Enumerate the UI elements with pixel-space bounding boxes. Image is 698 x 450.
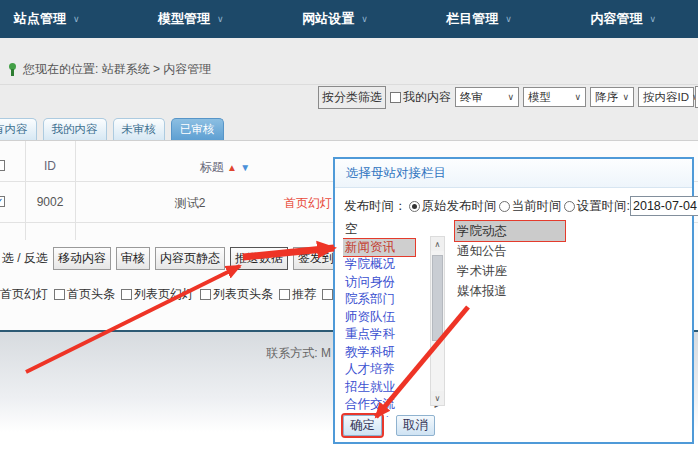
flag-checkbox[interactable]	[279, 289, 290, 300]
flag-home-headline: 首页头条	[54, 286, 115, 303]
list-item-departments[interactable]: 院系部门▸	[343, 291, 439, 309]
list-item-visitor-identity[interactable]: 访问身份▸	[343, 274, 439, 292]
chevron-down-icon: ∨	[361, 14, 368, 24]
breadcrumb-text: 您现在的位置: 站群系统 > 内容管理	[23, 61, 211, 78]
list-item-news[interactable]: 新闻资讯▸	[343, 239, 439, 257]
list-item-label: 招生就业	[343, 379, 415, 396]
sort-order-select[interactable]: 降序∨	[590, 87, 634, 107]
flag-checkbox[interactable]	[54, 289, 65, 300]
flag-checkbox[interactable]	[121, 289, 132, 300]
radio-current-time-label: 当前时间	[512, 198, 562, 215]
scrollbar-thumb[interactable]	[432, 255, 443, 341]
list-item-teaching-research[interactable]: 教学科研▸	[343, 344, 439, 362]
list-item-faculty[interactable]: 师资队伍▸	[343, 309, 439, 327]
list-scrollbar[interactable]: ∧ ∨	[430, 236, 445, 406]
tab-unreviewed[interactable]: 未审核	[113, 118, 166, 140]
flag-label: 首页幻灯	[0, 286, 48, 303]
ok-button[interactable]: 确定	[343, 415, 382, 436]
cancel-button[interactable]: 取消	[396, 415, 435, 436]
scroll-up-icon[interactable]: ∧	[431, 237, 444, 251]
sub-item-notices[interactable]: 通知公告	[455, 241, 565, 261]
tab-reviewed[interactable]: 已审核	[171, 118, 224, 140]
my-content-checkbox[interactable]	[390, 92, 401, 103]
column-title-label: 标题	[200, 160, 224, 174]
table-line	[25, 141, 26, 240]
flag-checkbox[interactable]	[200, 289, 211, 300]
nav-site-management[interactable]: 站点管理∨	[14, 10, 80, 28]
list-item-college-overview[interactable]: 学院概况▸	[343, 256, 439, 274]
radio-set-time[interactable]	[564, 201, 575, 212]
final-review-select[interactable]: 终审∨	[455, 87, 519, 107]
sub-item-college-news[interactable]: 学院动态	[455, 221, 565, 241]
chevron-down-icon: ∨	[217, 14, 224, 24]
move-content-button[interactable]: 移动内容	[53, 247, 111, 270]
radio-set-time-label: 设置时间:	[577, 198, 630, 215]
radio-current-time[interactable]	[499, 201, 510, 212]
model-select[interactable]: 模型∨	[523, 87, 586, 107]
select-value: 降序	[595, 90, 618, 105]
list-item-talent-training[interactable]: 人才培养▸	[343, 361, 439, 379]
list-item-cooperation[interactable]: 合作交流▸	[343, 396, 439, 414]
flag-label: 列表页头条	[213, 286, 273, 303]
flag-list-slide: 列表页幻灯	[121, 286, 194, 303]
chevron-down-icon: ∨	[649, 14, 656, 24]
list-item-key-disciplines[interactable]: 重点学科▸	[343, 326, 439, 344]
nav-content-management[interactable]: 内容管理∨	[590, 10, 656, 28]
flag-list-headline: 列表页头条	[200, 286, 273, 303]
sort-ascending-icon[interactable]: ▲	[227, 162, 237, 173]
nav-model-management[interactable]: 模型管理∨	[158, 10, 224, 28]
location-icon	[8, 63, 17, 77]
top-nav: 站点管理∨ 模型管理∨ 网站设置∨ 栏目管理∨ 内容管理∨	[0, 0, 698, 38]
select-parent-column-dialog: 选择母站对接栏目 发布时间： 原始发布时间 当前时间 设置时间: 空 新闻资讯▸…	[333, 157, 694, 444]
radio-original-time-label: 原始发布时间	[422, 198, 497, 215]
column-header-id: ID	[25, 159, 75, 173]
list-item-label: 院系部门	[343, 291, 415, 308]
nav-label: 模型管理	[158, 10, 210, 28]
push-data-button[interactable]: 推送数据	[230, 247, 288, 270]
parent-column-list: 空 新闻资讯▸ 学院概况▸ 访问身份▸ 院系部门▸ 师资队伍▸ 重点学科▸ 教学…	[343, 221, 439, 417]
review-button[interactable]: 审核	[116, 247, 150, 270]
nav-column-management[interactable]: 栏目管理∨	[446, 10, 512, 28]
radio-original-time[interactable]	[409, 201, 420, 212]
select-all-checkbox[interactable]	[0, 160, 5, 171]
select-invert-label[interactable]: 选 / 反选	[2, 250, 48, 267]
sort-field-select[interactable]: 按内容ID∨	[638, 87, 694, 107]
my-content-filter: 我的内容	[390, 89, 451, 106]
dialog-title: 选择母站对接栏目	[335, 159, 692, 188]
datetime-input[interactable]	[630, 196, 698, 216]
list-item-label: 重点学科	[343, 326, 415, 343]
static-page-button[interactable]: 内容页静态	[155, 247, 225, 270]
nav-label: 内容管理	[590, 10, 642, 28]
row-checkbox[interactable]: ✓	[0, 196, 5, 207]
sub-column-list: 学院动态 通知公告 学术讲座 媒体报道	[455, 221, 565, 301]
my-content-label: 我的内容	[403, 89, 451, 106]
list-item-label: 合作交流	[343, 396, 415, 413]
list-item-admissions[interactable]: 招生就业▸	[343, 379, 439, 397]
chevron-down-icon: ∨	[505, 14, 512, 24]
select-value: 终审	[460, 90, 483, 105]
tab-all-content[interactable]: 有内容	[0, 118, 37, 140]
flag-checkbox[interactable]	[322, 289, 333, 300]
chevron-down-icon: ∨	[73, 14, 80, 24]
dialog-buttons: 确定 取消	[343, 415, 435, 436]
nav-website-settings[interactable]: 网站设置∨	[302, 10, 368, 28]
tab-strip: 有内容 我的内容 未审核 已审核	[0, 117, 224, 140]
tab-my-content[interactable]: 我的内容	[43, 118, 107, 140]
chevron-down-icon: ∨	[574, 92, 581, 102]
row-id-cell: 9002	[25, 195, 75, 209]
select-value: 模型	[528, 90, 551, 105]
flag-label: 首页头条	[67, 286, 115, 303]
sub-item-media-reports[interactable]: 媒体报道	[455, 281, 565, 301]
list-item-empty[interactable]: 空	[343, 221, 439, 239]
list-item-label: 教学科研	[343, 344, 415, 361]
filter-by-category-button[interactable]: 按分类筛选	[318, 86, 386, 109]
sort-descending-icon[interactable]: ▼	[240, 162, 250, 173]
list-item-label: 学院概况	[343, 256, 415, 273]
scroll-down-icon[interactable]: ∨	[431, 391, 444, 405]
nav-label: 站点管理	[14, 10, 66, 28]
footer-contact: 联系方式: M	[230, 345, 331, 362]
chevron-down-icon: ∨	[622, 92, 629, 102]
table-line	[75, 141, 76, 240]
sub-item-lectures[interactable]: 学术讲座	[455, 261, 565, 281]
select-value: 按内容ID	[643, 90, 689, 105]
